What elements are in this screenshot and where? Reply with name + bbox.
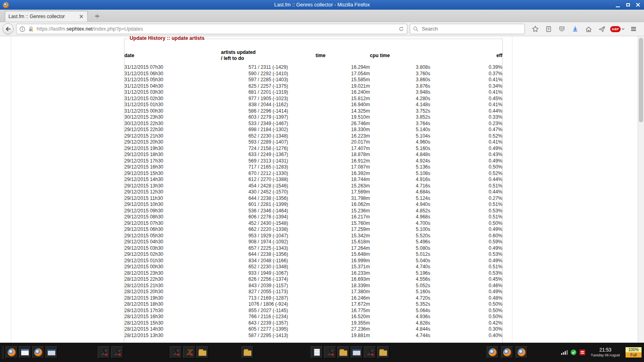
navigation-toolbar: https://lastfm.sephtex.net/index.php?p=U… [0,22,644,36]
menu-button[interactable] [629,24,638,34]
table-cell: 29/12/2015 03h30 [124,245,221,252]
xterm-icon [326,349,334,356]
table-cell: 28/12/2015 13h30 [124,333,221,339]
search-icon [413,26,419,32]
table-row: 29/12/2015 13h30454 / 2428 (-1546)15.263… [124,183,502,189]
pocket-button[interactable] [557,24,567,34]
table-cell: 0.44% [430,189,502,195]
adblock-plus-button[interactable]: ABP [610,24,625,34]
table-cell: 4.740s [370,264,430,270]
taskbar-folder-button[interactable] [196,346,208,358]
table-cell: 657 / 2225 (-1343) [221,245,316,252]
battery-percent: 100% [625,347,642,352]
folder-icon [339,350,347,356]
table-cell: 15.263m [316,183,370,189]
taskbar-xterm-button-4[interactable] [183,346,195,358]
send-tab-button[interactable] [597,24,607,34]
tray-red-badge-icon[interactable] [579,349,586,356]
battery-indicator[interactable]: 100% Full [625,347,642,358]
table-cell: 0.60% [430,233,502,239]
mixed-content-lock-icon[interactable] [28,26,34,32]
downloads-button[interactable] [570,24,580,34]
taskbar-terminal-button-2[interactable] [45,346,58,358]
terminal-icon [21,349,29,356]
home-button[interactable] [584,24,593,34]
new-tab-button[interactable] [92,11,102,21]
taskbar-clock[interactable]: 21:53 Tuesday 08 August [588,347,623,358]
tab-lastfm-genres-collector[interactable]: Last.fm :: Genres collector [5,11,88,22]
table-cell: 590 / 2292 (-1410) [221,71,316,77]
taskbar-group-windows [170,346,208,358]
taskbar-window-button[interactable] [351,346,363,358]
vertical-scrollbar[interactable] [638,36,644,343]
taskbar-grip[interactable] [2,346,4,359]
url-bar[interactable]: https://lastfm.sephtex.net/index.php?p=U… [16,24,407,34]
tray-firefox-button[interactable] [487,346,499,358]
shield-check-icon[interactable] [570,349,577,356]
taskbar-folder-button-3[interactable] [337,346,349,358]
window-titlebar[interactable]: Last.fm :: Genres collector - Mozilla Fi… [0,0,644,10]
table-row: 31/12/2015 03h30681 / 2201 (-1319)16.240… [124,89,502,96]
table-cell: 29/12/2015 01h30 [124,258,221,264]
clipboard-icon [545,26,552,32]
scrollbar-thumb[interactable] [639,38,643,122]
minimize-button[interactable] [613,1,622,9]
table-row: 30/12/2015 23h30603 / 2279 (-1397)19.510… [124,114,502,121]
table-cell: 601 / 2281 (-1399) [221,202,316,208]
taskbar-folder-button-2[interactable] [242,346,254,358]
taskbar-firefox-button-2[interactable] [32,346,44,358]
page-info-icon[interactable] [19,26,25,32]
back-button[interactable] [2,23,14,35]
reload-icon[interactable] [398,26,404,32]
bookmark-star-button[interactable] [530,24,540,34]
table-cell: 0.52% [430,171,502,177]
table-cell: 0.49% [430,245,502,252]
tray-firefox-button-2[interactable] [501,346,513,358]
table-cell: 536 / 2346 (-1464) [221,208,316,214]
table-cell: 28/12/2015 16h30 [124,314,221,320]
search-bar[interactable] [410,24,525,34]
reading-list-button[interactable] [544,24,553,34]
table-cell: 3.752s [370,108,430,115]
table-cell: 16.693m [316,276,370,283]
url-prefix: https://lastfm. [37,26,66,32]
table-cell: 1076 / 1806 (-924) [221,301,316,308]
table-row: 29/12/2015 11h30644 / 2238 (-1356)31.798… [124,195,502,202]
firefox-icon [34,348,42,356]
table-cell: 713 / 2169 (-1287) [221,295,316,302]
network-signal-icon[interactable] [561,350,568,355]
table-cell: 4.148s [370,102,430,108]
terminal-icon [47,349,56,356]
close-button[interactable] [634,1,642,9]
table-cell: 0.50% [430,164,502,171]
table-row: 29/12/2015 15h30670 / 2212 (-1330)16.392… [124,171,502,177]
table-cell: 724 / 2158 (-1276) [221,146,316,152]
table-cell: 843 / 2039 (-1157) [221,283,316,289]
tray-firefox-button-3[interactable] [516,346,528,358]
table-cell: 26.746m [316,121,370,127]
table-cell: 17.380m [316,289,370,295]
firefox-icon [518,348,526,356]
taskbar-xterm-button-2[interactable] [111,346,123,358]
taskbar-xterm-button-3[interactable] [170,346,182,358]
table-cell: 28/12/2015 22h30 [124,276,221,283]
table-cell: 29/12/2015 16h30 [124,164,221,171]
search-input[interactable] [421,26,522,32]
taskbar-firefox-button[interactable] [6,346,18,358]
taskbar-notepad-button[interactable] [311,346,323,358]
taskbar: 21:53 Tuesday 08 August 100% Full [0,343,644,362]
taskbar-xterm-button[interactable] [98,346,110,358]
taskbar-folder-button-4[interactable] [377,346,389,358]
taskbar-xterm-button-5[interactable] [324,346,336,358]
table-cell: 16.240m [316,89,370,96]
maximize-button[interactable] [623,1,632,9]
tab-close-icon[interactable] [78,14,84,19]
table-cell: 3.764s [370,121,430,127]
taskbar-terminal-button[interactable] [19,346,31,358]
url-text[interactable]: https://lastfm.sephtex.net/index.php?p=U… [37,26,143,32]
table-cell: 5.196s [370,270,430,277]
table-cell: 644 / 2238 (-1356) [221,251,316,258]
table-cell: 5.136s [370,164,430,171]
table-cell: 31/12/2015 06h30 [124,71,221,77]
taskbar-xterm-button-6[interactable] [364,346,376,358]
